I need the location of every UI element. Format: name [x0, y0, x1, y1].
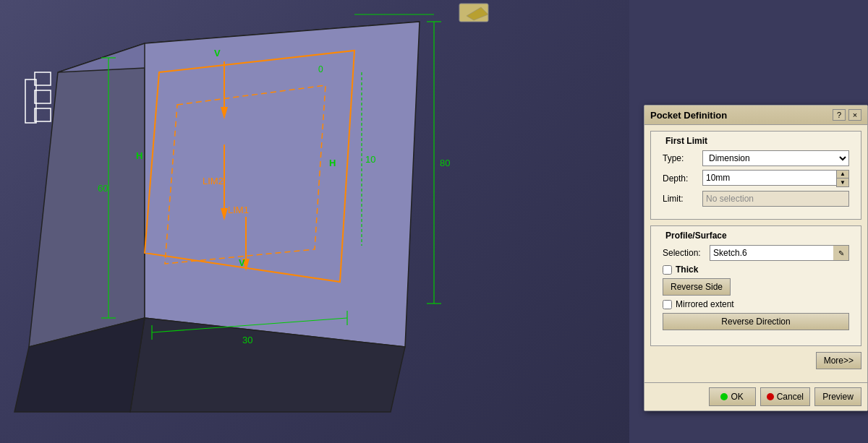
more-button[interactable]: More>> [816, 352, 861, 369]
type-label: Type: [663, 153, 702, 163]
type-select[interactable]: Dimension [702, 150, 849, 166]
svg-text:V: V [214, 48, 221, 59]
thick-checkbox[interactable] [663, 265, 672, 275]
dialog-controls: ? × [833, 109, 861, 121]
mirrored-checkbox[interactable] [663, 300, 672, 309]
svg-rect-38 [35, 90, 51, 103]
type-row: Type: Dimension [663, 150, 849, 166]
svg-text:LIM2: LIM2 [203, 176, 224, 186]
thick-row: Thick [663, 264, 849, 275]
profile-surface-label: Profile/Surface [661, 229, 731, 242]
depth-input[interactable] [702, 170, 836, 186]
first-limit-group: First Limit Type: Dimension Depth: [650, 131, 861, 220]
cancel-button[interactable]: Cancel [760, 387, 810, 406]
mirrored-row: Mirrored extent [663, 299, 849, 309]
profile-surface-group: Profile/Surface Selection: ✎ Thick Rever… [650, 225, 861, 346]
more-btn-row: More>> [650, 352, 861, 375]
svg-text:10: 10 [365, 154, 375, 165]
svg-text:60: 60 [98, 183, 108, 194]
selection-row: Selection: ✎ [663, 245, 849, 261]
svg-text:30: 30 [242, 335, 252, 345]
preview-button[interactable]: Preview [814, 387, 861, 406]
ok-label: OK [731, 392, 743, 402]
first-limit-label: First Limit [661, 134, 712, 147]
svg-marker-0 [29, 43, 145, 347]
cancel-label: Cancel [777, 392, 804, 402]
svg-text:V: V [239, 257, 245, 268]
ok-button[interactable]: OK [709, 387, 756, 406]
depth-up-btn[interactable]: ▲ [837, 171, 848, 179]
preview-label: Preview [822, 392, 854, 402]
limit-label: Limit: [663, 194, 702, 204]
depth-spinner-btns: ▲ ▼ [836, 170, 849, 187]
pocket-definition-dialog: Pocket Definition ? × First Limit Type: … [644, 105, 868, 411]
help-button[interactable]: ? [833, 109, 846, 121]
dialog-titlebar[interactable]: Pocket Definition ? × [644, 106, 867, 125]
close-button[interactable]: × [848, 109, 861, 121]
svg-rect-39 [35, 108, 51, 121]
selection-label: Selection: [663, 248, 710, 258]
svg-marker-2 [145, 22, 420, 347]
selection-input[interactable] [710, 245, 833, 261]
svg-rect-37 [35, 72, 51, 85]
svg-text:0: 0 [318, 64, 323, 74]
limit-row: Limit: [663, 191, 849, 207]
reverse-side-button[interactable]: Reverse Side [663, 278, 731, 296]
depth-label: Depth: [663, 173, 702, 184]
depth-row: Depth: ▲ ▼ [663, 170, 849, 187]
dialog-body: First Limit Type: Dimension Depth: [644, 125, 867, 382]
reverse-direction-button[interactable]: Reverse Direction [663, 313, 849, 330]
thick-label: Thick [676, 264, 698, 275]
selection-edit-btn[interactable]: ✎ [833, 245, 849, 261]
svg-text:LIM1: LIM1 [228, 205, 249, 215]
depth-down-btn[interactable]: ▼ [837, 179, 848, 186]
cancel-red-dot [767, 393, 774, 400]
depth-spinner: ▲ ▼ [702, 170, 849, 187]
dialog-bottom-buttons: OK Cancel Preview [644, 382, 867, 410]
svg-text:80: 80 [440, 158, 450, 168]
limit-input [702, 191, 849, 207]
dialog-title: Pocket Definition [650, 110, 727, 121]
mirrored-label: Mirrored extent [676, 299, 734, 309]
3d-viewport[interactable]: V V H H 60 30 10 80 LIM2 LIM1 0 y [0, 0, 629, 443]
svg-text:H: H [329, 158, 336, 168]
svg-text:H: H [136, 150, 142, 161]
ok-green-dot [720, 393, 728, 400]
